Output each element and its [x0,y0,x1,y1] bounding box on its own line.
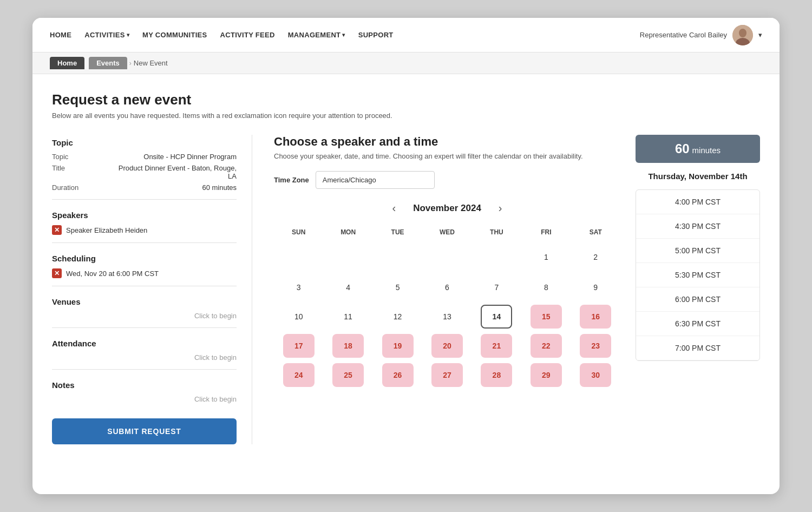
calendar-day[interactable]: 15 [531,305,562,329]
time-slots-list: 4:00 PM CST4:30 PM CST5:00 PM CST5:30 PM… [636,189,760,361]
time-slot[interactable]: 7:00 PM CST [636,336,759,360]
venues-section-label: Venues [52,294,237,306]
speakers-section-label: Speakers [52,207,237,220]
calendar-day[interactable]: 29 [531,363,562,387]
calendar-day: 7 [481,275,512,299]
navbar: HOME ACTIVITIES ▾ MY COMMUNITIES ACTIVIT… [32,18,780,52]
app-container: HOME ACTIVITIES ▾ MY COMMUNITIES ACTIVIT… [32,18,780,494]
time-slot[interactable]: 4:30 PM CST [636,214,759,239]
calendar-day[interactable]: 25 [332,363,364,387]
calendar-next-button[interactable]: › [494,200,507,216]
calendar-day-header: TUE [373,225,422,241]
calendar-week-row: 12 [274,241,620,273]
duration-val: 60 minutes [202,183,237,192]
calendar-week-row: 10111213141516 [274,302,620,331]
calendar-week-row: 17181920212223 [274,331,620,360]
calendar-day[interactable]: 18 [332,334,364,358]
nav-activity-feed[interactable]: ACTIVITY FEED [220,31,275,39]
attendance-section-label: Attendance [52,336,237,348]
topic-row: Topic Onsite - HCP Dinner Program [52,153,237,161]
time-slot[interactable]: 5:00 PM CST [636,239,759,263]
submit-request-button[interactable]: SUBMIT REQUEST [52,418,237,444]
breadcrumb-new-event: New Event [134,59,168,67]
time-panel: 60 minutes Thursday, November 14th 4:00 … [636,135,760,444]
calendar-empty-cell [431,244,463,268]
activities-caret-icon: ▾ [127,32,129,38]
nav-user-name: Representative Carol Bailey [640,31,727,39]
svg-point-1 [739,29,746,37]
calendar-week-row: 24252627282930 [274,360,620,390]
page-title: Request a new event [52,91,760,108]
calendar-day[interactable]: 16 [580,305,611,329]
notes-section-label: Notes [52,377,237,390]
breadcrumb-sep2: › [129,60,132,67]
duration-key: Duration [52,183,78,192]
speaker-row: ✕ Speaker Elizabeth Heiden [52,225,237,235]
calendar-day[interactable]: 27 [431,363,463,387]
nav-communities[interactable]: MY COMMUNITIES [142,31,207,39]
timezone-input[interactable] [316,171,435,189]
management-caret-icon: ▾ [342,32,345,38]
time-panel-date: Thursday, November 14th [636,172,760,181]
calendar-day-header: SUN [274,225,323,241]
avatar [732,25,753,45]
divider-5 [52,369,237,370]
calendar-day[interactable]: 20 [431,334,463,358]
calendar-day[interactable]: 28 [481,363,512,387]
scheduling-section-label: Scheduling [52,251,237,263]
attendance-click-begin[interactable]: Click to begin [52,353,237,362]
timezone-row: Time Zone [274,171,620,189]
calendar-day[interactable]: 30 [580,363,611,387]
speaker-name: Speaker Elizabeth Heiden [66,226,147,234]
breadcrumb: Home Events › New Event [32,52,780,74]
right-panel: Choose a speaker and a time Choose your … [252,135,760,444]
nav-user: Representative Carol Bailey ▾ [640,25,762,45]
schedule-value: Wed, Nov 20 at 6:00 PM CST [66,270,159,278]
calendar-day[interactable]: 23 [580,334,611,358]
calendar-day: 8 [531,275,562,299]
calendar-day[interactable]: 26 [382,363,414,387]
calendar-day: 10 [283,305,315,329]
calendar-day: 12 [382,305,414,329]
calendar-nav: ‹ November 2024 › [274,200,620,216]
calendar-day-header: WED [422,225,472,241]
time-slot[interactable]: 5:30 PM CST [636,263,759,287]
calendar-prev-button[interactable]: ‹ [388,200,400,216]
duration-badge: 60 minutes [636,135,760,163]
nav-activities[interactable]: ACTIVITIES ▾ [84,31,129,39]
calendar-day: 5 [382,275,414,299]
calendar-day[interactable]: 24 [283,363,315,387]
breadcrumb-events[interactable]: Events [89,57,127,69]
calendar-section: Choose a speaker and a time Choose your … [274,135,620,444]
calendar-day: 3 [283,275,315,299]
calendar-subtitle: Choose your speaker, date, and time. Cho… [274,152,620,160]
calendar-day[interactable]: 14 [481,305,512,329]
calendar-empty-cell [283,244,315,268]
time-slot[interactable]: 6:30 PM CST [636,312,759,336]
calendar-day: 4 [332,275,364,299]
nav-home[interactable]: HOME [50,31,71,39]
calendar-month-title: November 2024 [413,203,481,214]
calendar-empty-cell [382,244,414,268]
page-subtitle: Below are all events you have requested.… [52,111,760,120]
notes-click-begin[interactable]: Click to begin [52,395,237,403]
nav-links: HOME ACTIVITIES ▾ MY COMMUNITIES ACTIVIT… [50,31,640,39]
calendar-day: 11 [332,305,364,329]
time-slot[interactable]: 6:00 PM CST [636,287,759,312]
topic-key: Topic [52,153,68,161]
venues-click-begin[interactable]: Click to begin [52,312,237,320]
calendar-day-header: FRI [521,225,571,241]
calendar-day[interactable]: 19 [382,334,414,358]
nav-management[interactable]: MANAGEMENT ▾ [288,31,345,39]
nav-user-dropdown-icon[interactable]: ▾ [758,31,762,39]
breadcrumb-home[interactable]: Home [50,57,84,69]
calendar-day: 2 [580,245,611,269]
nav-support[interactable]: SUPPORT [358,31,394,39]
calendar-day[interactable]: 22 [531,334,562,358]
calendar-day[interactable]: 21 [481,334,512,358]
divider-4 [52,327,237,328]
time-slot[interactable]: 4:00 PM CST [636,190,759,214]
calendar-header-row: SUNMONTUEWEDTHUFRISAT [274,225,620,241]
duration-number: 60 [675,141,690,156]
calendar-day[interactable]: 17 [283,334,315,358]
